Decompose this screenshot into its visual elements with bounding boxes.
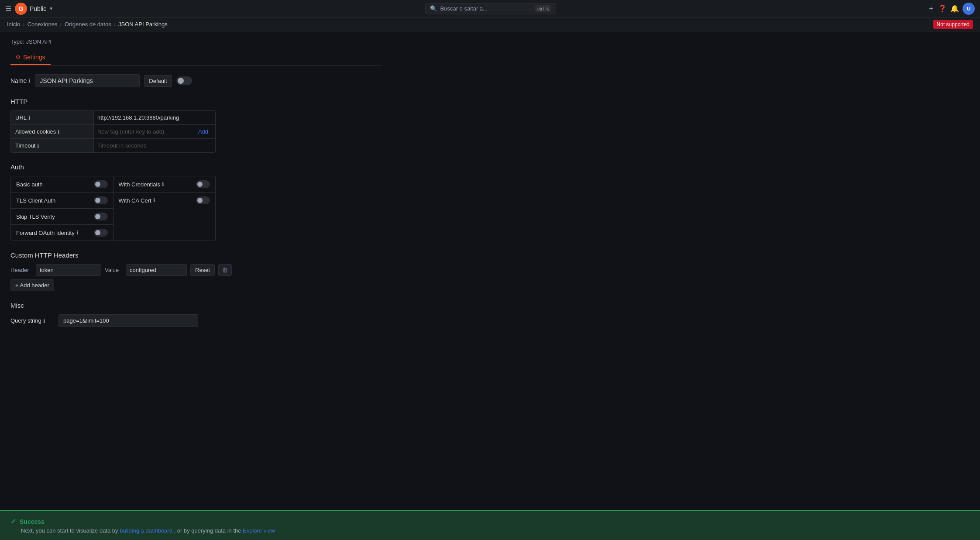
tab-settings-label: Settings (23, 54, 45, 61)
timeout-input[interactable] (97, 139, 212, 152)
url-input[interactable] (97, 111, 212, 124)
header-value-input[interactable] (126, 264, 187, 276)
user-avatar[interactable]: U (963, 3, 975, 15)
value-col-label: Value (105, 267, 122, 273)
success-check-icon: ✓ (10, 517, 16, 526)
http-field-table: URL ℹ Allowed cookies ℹ Add Timeout ℹ (10, 110, 216, 153)
nav-right: ＋ ❓ 🔔 U (928, 3, 975, 15)
search-shortcut: ctrl+k (535, 5, 551, 12)
not-supported-badge: Not supported (933, 20, 973, 29)
help-icon[interactable]: ❓ (938, 4, 947, 13)
allowed-cookies-input[interactable] (97, 125, 195, 138)
query-string-info-icon[interactable]: ℹ (43, 318, 45, 324)
with-credentials-label: With Credentials ℹ (119, 181, 164, 188)
breadcrumb-inicio[interactable]: Inicio (7, 21, 20, 28)
brand-area[interactable]: G Public ▼ (15, 3, 53, 15)
with-credentials-toggle[interactable] (196, 180, 210, 188)
skip-tls-toggle[interactable] (94, 213, 108, 220)
forward-oauth-label: Forward OAuth Identity ℹ (16, 230, 79, 236)
header-col-label: Header (10, 267, 32, 273)
tab-settings[interactable]: ⚙ Settings (10, 50, 51, 65)
search-area: 🔍 Buscar o saltar a... ctrl+k (57, 3, 924, 14)
explore-view-link[interactable]: Explore view (243, 527, 275, 534)
name-info-icon[interactable]: ℹ (28, 78, 31, 84)
basic-auth-row: Basic auth (11, 176, 113, 193)
tls-client-auth-row: TLS Client Auth (11, 193, 113, 209)
breadcrumb: Inicio › Conexiones › Orígenes de datos … (0, 17, 980, 31)
grafana-logo: G (15, 3, 27, 15)
search-icon: 🔍 (430, 5, 437, 12)
breadcrumb-origenes[interactable]: Orígenes de datos (65, 21, 111, 28)
search-box[interactable]: 🔍 Buscar o saltar a... ctrl+k (425, 3, 556, 14)
timeout-label: Timeout ℹ (11, 139, 94, 152)
timeout-value (94, 139, 215, 152)
header-name-input[interactable] (36, 264, 101, 276)
forward-oauth-toggle[interactable] (94, 229, 108, 237)
notification-icon[interactable]: 🔔 (950, 4, 959, 13)
skip-tls-label: Skip TLS Verify (16, 213, 55, 220)
with-credentials-info-icon[interactable]: ℹ (162, 181, 164, 187)
tls-client-auth-toggle[interactable] (94, 196, 108, 204)
auth-col-right: With Credentials ℹ With CA Cert ℹ (113, 176, 216, 241)
forward-oauth-row: Forward OAuth Identity ℹ (11, 225, 113, 241)
name-row: Name ℹ Default (10, 74, 382, 87)
with-ca-cert-info-icon[interactable]: ℹ (153, 197, 155, 203)
add-header-button[interactable]: + Add header (10, 279, 54, 291)
url-value (94, 111, 215, 124)
with-ca-cert-row: With CA Cert ℹ (113, 193, 216, 208)
trash-icon: 🗑 (222, 267, 228, 273)
url-label: URL ℹ (11, 111, 94, 124)
allowed-cookies-row: Allowed cookies ℹ Add (11, 125, 215, 139)
header-row-1: Header Value Reset 🗑 (10, 264, 382, 276)
name-label: Name ℹ (10, 77, 31, 84)
http-section-title: HTTP (10, 98, 382, 105)
success-banner: ✓ Success Next, you can start to visuali… (0, 510, 980, 540)
default-button[interactable]: Default (144, 75, 172, 87)
query-string-input[interactable] (58, 314, 198, 327)
delete-header-button[interactable]: 🗑 (218, 264, 232, 276)
building-dashboard-link[interactable]: building a dashboard (120, 527, 172, 534)
workspace-chevron-icon: ▼ (49, 6, 53, 11)
with-ca-cert-toggle[interactable] (196, 196, 210, 204)
misc-title: Misc (10, 302, 382, 309)
with-ca-cert-label: With CA Cert ℹ (119, 197, 155, 204)
forward-oauth-info-icon[interactable]: ℹ (76, 230, 79, 236)
tab-bar: ⚙ Settings (10, 50, 382, 65)
workspace-name[interactable]: Public (30, 5, 46, 12)
auth-section-title: Auth (10, 163, 382, 171)
custom-headers-title: Custom HTTP Headers (10, 251, 382, 259)
tls-client-auth-label: TLS Client Auth (16, 197, 55, 204)
plus-icon[interactable]: ＋ (928, 4, 935, 13)
success-description: Next, you can start to visualize data by… (21, 527, 970, 534)
reset-header-button[interactable]: Reset (190, 264, 215, 276)
auth-col-left: Basic auth TLS Client Auth Skip TLS Veri… (11, 176, 113, 241)
skip-tls-row: Skip TLS Verify (11, 209, 113, 225)
main-content: Type: JSON API ⚙ Settings Name ℹ Default… (0, 31, 393, 344)
settings-tab-icon: ⚙ (16, 54, 21, 60)
headers-table: Header Value Reset 🗑 (10, 264, 382, 276)
top-navigation: ☰ G Public ▼ 🔍 Buscar o saltar a... ctrl… (0, 0, 980, 17)
basic-auth-label: Basic auth (16, 181, 43, 188)
nav-left: ☰ G Public ▼ (5, 3, 53, 15)
url-info-icon[interactable]: ℹ (28, 115, 31, 121)
allowed-cookies-value: Add (94, 125, 215, 138)
breadcrumb-sep-1: › (23, 21, 24, 28)
with-credentials-row: With Credentials ℹ (113, 176, 216, 193)
name-input[interactable] (35, 74, 140, 87)
query-row: Query string ℹ (10, 314, 382, 327)
breadcrumb-right: Not supported (933, 21, 973, 28)
breadcrumb-sep-3: › (114, 21, 116, 28)
breadcrumb-conexiones[interactable]: Conexiones (28, 21, 58, 28)
breadcrumb-current: JSON API Parkings (118, 21, 168, 28)
auth-grid: Basic auth TLS Client Auth Skip TLS Veri… (10, 176, 216, 241)
allowed-cookies-info-icon[interactable]: ℹ (58, 129, 60, 135)
misc-section: Misc Query string ℹ (10, 302, 382, 327)
basic-auth-toggle[interactable] (94, 180, 108, 188)
timeout-info-icon[interactable]: ℹ (37, 143, 39, 149)
type-label: Type: JSON API (10, 38, 382, 45)
hamburger-icon[interactable]: ☰ (5, 4, 11, 13)
allowed-cookies-add-btn[interactable]: Add (195, 128, 212, 135)
url-row: URL ℹ (11, 111, 215, 125)
default-toggle[interactable] (176, 76, 192, 85)
search-placeholder: Buscar o saltar a... (440, 5, 488, 12)
